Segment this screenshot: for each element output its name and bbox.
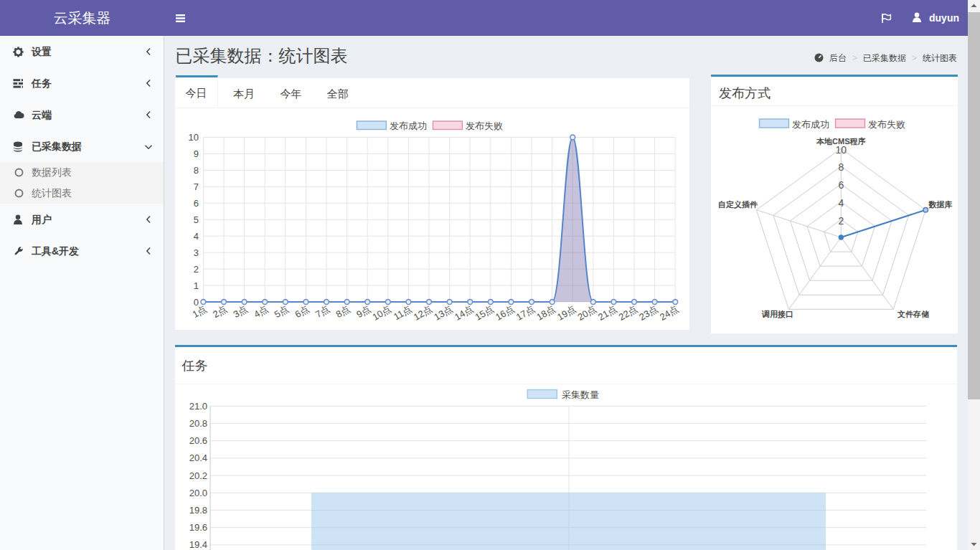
svg-text:20.2: 20.2 bbox=[189, 470, 207, 481]
svg-text:调用接口: 调用接口 bbox=[761, 310, 793, 318]
svg-text:5点: 5点 bbox=[273, 303, 291, 320]
svg-text:发布成功: 发布成功 bbox=[390, 120, 427, 131]
svg-text:1: 1 bbox=[194, 280, 199, 290]
svg-text:20.6: 20.6 bbox=[189, 435, 207, 446]
svg-text:19.4: 19.4 bbox=[189, 540, 207, 550]
svg-text:6: 6 bbox=[838, 179, 844, 191]
svg-text:21点: 21点 bbox=[596, 303, 618, 323]
svg-text:发布失败: 发布失败 bbox=[868, 118, 905, 129]
svg-text:5: 5 bbox=[194, 214, 199, 224]
svg-text:20.0: 20.0 bbox=[189, 488, 207, 498]
svg-text:6点: 6点 bbox=[293, 303, 311, 320]
svg-text:发布成功: 发布成功 bbox=[792, 118, 829, 129]
svg-text:15点: 15点 bbox=[473, 303, 496, 323]
svg-text:自定义插件: 自定义插件 bbox=[717, 200, 758, 209]
svg-text:23点: 23点 bbox=[637, 303, 659, 323]
svg-text:3点: 3点 bbox=[232, 303, 250, 320]
svg-text:22点: 22点 bbox=[617, 303, 639, 323]
svg-text:18点: 18点 bbox=[534, 303, 557, 323]
svg-text:21.0: 21.0 bbox=[189, 401, 207, 412]
svg-text:2点: 2点 bbox=[211, 303, 229, 320]
svg-text:7点: 7点 bbox=[314, 303, 331, 320]
svg-text:8点: 8点 bbox=[334, 303, 352, 320]
svg-text:7: 7 bbox=[194, 181, 199, 191]
svg-text:4点: 4点 bbox=[252, 303, 270, 320]
svg-text:19点: 19点 bbox=[555, 303, 578, 323]
svg-text:本地CMS程序: 本地CMS程序 bbox=[816, 137, 865, 146]
svg-text:8: 8 bbox=[194, 164, 199, 175]
svg-text:数据库: 数据库 bbox=[928, 200, 952, 209]
svg-text:20.4: 20.4 bbox=[189, 453, 207, 464]
svg-text:9点: 9点 bbox=[354, 303, 372, 320]
svg-text:8: 8 bbox=[838, 161, 844, 173]
svg-text:发布失败: 发布失败 bbox=[466, 120, 503, 131]
svg-text:20.8: 20.8 bbox=[189, 418, 207, 429]
svg-text:3: 3 bbox=[194, 247, 199, 257]
svg-text:4: 4 bbox=[194, 230, 199, 241]
svg-text:2: 2 bbox=[838, 214, 844, 226]
svg-text:24点: 24点 bbox=[658, 303, 680, 323]
svg-text:20点: 20点 bbox=[576, 303, 598, 323]
svg-text:9: 9 bbox=[194, 148, 199, 159]
svg-text:2: 2 bbox=[194, 263, 199, 274]
svg-text:17点: 17点 bbox=[514, 303, 537, 323]
svg-text:11点: 11点 bbox=[392, 303, 413, 322]
svg-text:6: 6 bbox=[194, 197, 199, 208]
svg-text:10点: 10点 bbox=[371, 303, 393, 323]
svg-text:采集数量: 采集数量 bbox=[562, 389, 599, 400]
svg-text:16点: 16点 bbox=[494, 303, 516, 323]
svg-text:4: 4 bbox=[838, 196, 844, 208]
svg-text:10: 10 bbox=[189, 132, 199, 143]
svg-text:文件存储: 文件存储 bbox=[897, 310, 929, 318]
svg-text:14点: 14点 bbox=[453, 303, 475, 323]
svg-text:12点: 12点 bbox=[412, 303, 434, 323]
svg-text:13点: 13点 bbox=[432, 303, 454, 323]
svg-text:19.8: 19.8 bbox=[189, 505, 207, 516]
svg-text:19.6: 19.6 bbox=[189, 522, 207, 533]
